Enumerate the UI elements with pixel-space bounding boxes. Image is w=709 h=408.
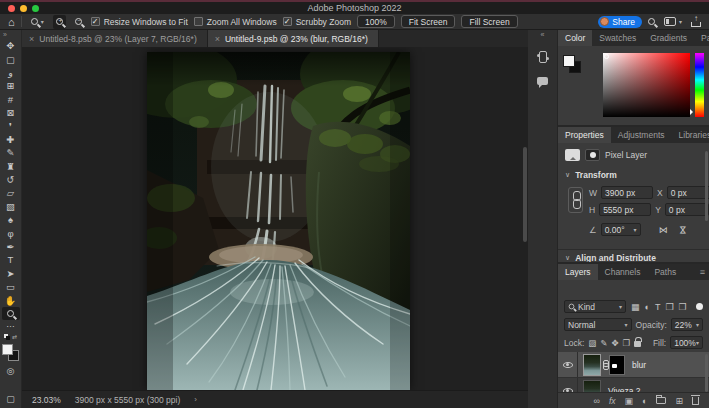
foreground-color-swatch[interactable] xyxy=(2,344,13,355)
eraser-tool[interactable]: ▱ xyxy=(2,186,20,199)
tab-color[interactable]: Color xyxy=(558,30,592,46)
checkbox[interactable]: ✓ xyxy=(283,17,292,26)
visibility-cell[interactable] xyxy=(558,352,578,377)
close-tab-icon[interactable]: × xyxy=(215,34,220,44)
history-brush-tool[interactable]: ↺ xyxy=(2,173,20,186)
opacity-dropdown[interactable]: 22% ▾ xyxy=(671,318,703,331)
tab-libraries[interactable]: Libraries xyxy=(672,127,709,143)
lock-artboard-icon[interactable]: ❐ xyxy=(623,338,631,348)
quick-mask-icon[interactable]: ◎ xyxy=(7,366,15,376)
toolbar-collapse-icon[interactable]: » xyxy=(3,31,7,39)
mask-link-icon[interactable] xyxy=(602,360,608,370)
checkbox[interactable]: ✓ xyxy=(91,17,100,26)
layers-scrollbar[interactable] xyxy=(705,354,708,392)
checkbox[interactable]: ✓ xyxy=(194,17,203,26)
blur-tool[interactable]: ♠ xyxy=(2,213,20,226)
filter-toggle[interactable] xyxy=(696,303,703,310)
angle-field[interactable]: 0.00° ▾ xyxy=(601,223,641,236)
tab-paths[interactable]: Paths xyxy=(647,264,683,280)
move-tool[interactable]: ✥ xyxy=(2,39,20,52)
expand-dock-icon[interactable]: « xyxy=(541,31,545,41)
foreground-color-swatch[interactable] xyxy=(563,55,575,67)
fit-screen-button[interactable]: Fit Screen xyxy=(401,15,456,28)
layer-mask-thumbnail[interactable] xyxy=(609,355,625,375)
zoom-out-button[interactable]: − xyxy=(72,16,85,27)
pen-tool[interactable]: ✒ xyxy=(2,240,20,253)
add-layer-mask-icon[interactable]: ▣ xyxy=(625,396,634,406)
filter-adjustment-layers-icon[interactable]: ◐ xyxy=(645,302,650,312)
hue-slider-handle[interactable] xyxy=(690,109,696,115)
shape-tool[interactable]: ▭ xyxy=(2,280,20,293)
lock-all-icon[interactable] xyxy=(634,341,641,347)
default-colors-icon[interactable] xyxy=(4,334,10,340)
eye-icon[interactable] xyxy=(563,362,573,368)
new-group-icon[interactable] xyxy=(656,397,666,404)
layer-filter-dropdown[interactable]: Kind ▾ xyxy=(564,300,626,313)
comments-icon[interactable] xyxy=(537,77,548,85)
zoom-tool[interactable] xyxy=(2,307,20,320)
fill-screen-button[interactable]: Fill Screen xyxy=(461,15,517,28)
clone-stamp-tool[interactable]: ♜ xyxy=(2,160,20,173)
flip-horizontal-icon[interactable]: ⋈ xyxy=(659,225,668,235)
hue-slider[interactable] xyxy=(695,53,704,117)
type-tool[interactable]: T xyxy=(2,253,20,266)
tab-gradients[interactable]: Gradients xyxy=(643,30,694,46)
swap-colors-icon[interactable]: ⇄ xyxy=(12,333,17,340)
properties-scrollbar[interactable] xyxy=(705,151,708,221)
layer-thumbnail[interactable] xyxy=(583,380,601,393)
eyedropper-tool[interactable]: ❜ xyxy=(2,119,20,132)
layer-row-blur[interactable]: blur xyxy=(558,352,709,378)
tab-layers[interactable]: Layers xyxy=(558,264,598,280)
export-icon[interactable] xyxy=(691,17,701,27)
hand-tool[interactable]: ✋ xyxy=(2,293,20,306)
share-button[interactable]: Share xyxy=(598,16,642,28)
blend-mode-dropdown[interactable]: Normal ▾ xyxy=(564,318,632,331)
document-tab-untitled-8[interactable]: × Untitled-8.psb @ 23% (Layer 7, RGB/16*… xyxy=(22,30,208,47)
workspace-switcher[interactable]: ▾ xyxy=(661,15,685,28)
tab-swatches[interactable]: Swatches xyxy=(592,30,643,46)
home-icon[interactable]: ⌂ xyxy=(8,17,15,27)
height-field[interactable]: 5550 px xyxy=(599,203,651,216)
adjustment-layer-icon[interactable]: ◐ xyxy=(642,396,647,406)
tab-patterns[interactable]: Patterns xyxy=(694,30,709,46)
zoom-percentage-field[interactable]: 23.03% xyxy=(32,395,61,405)
crop-tool[interactable]: # xyxy=(2,93,20,106)
filter-pixel-layers-icon[interactable]: ▦ xyxy=(631,302,640,312)
lasso-tool[interactable]: و xyxy=(2,66,20,79)
panel-menu-icon[interactable]: ≡ xyxy=(700,264,709,280)
status-chevron-icon[interactable]: › xyxy=(194,395,197,404)
layer-thumbnail[interactable] xyxy=(583,354,601,376)
healing-brush-tool[interactable]: ✚ xyxy=(2,133,20,146)
tab-properties[interactable]: Properties xyxy=(558,127,611,143)
plugins-icon[interactable] xyxy=(539,51,547,63)
link-layers-icon[interactable]: ∞ xyxy=(593,396,599,406)
gradient-tool[interactable]: ▧ xyxy=(2,200,20,213)
transform-section-header[interactable]: ∨ Transform xyxy=(565,170,617,180)
foreground-background-swatches[interactable] xyxy=(2,344,19,361)
search-icon[interactable] xyxy=(648,18,655,25)
lock-position-icon[interactable]: ✥ xyxy=(611,338,618,348)
filter-type-layers-icon[interactable]: T xyxy=(655,302,661,312)
zoom-100-button[interactable]: 100% xyxy=(357,15,395,28)
filter-smart-objects-icon[interactable]: ❐ xyxy=(679,302,687,312)
lock-transparent-pixels-icon[interactable]: ▨ xyxy=(588,338,596,348)
brush-tool[interactable]: ✎ xyxy=(2,146,20,159)
saturation-brightness-field[interactable] xyxy=(603,53,690,117)
mask-properties-icon[interactable] xyxy=(585,149,600,161)
scrubby-zoom-checkbox[interactable]: ✓ Scrubby Zoom xyxy=(283,17,351,27)
lock-image-pixels-icon[interactable]: ✎ xyxy=(600,338,607,348)
y-field[interactable]: 0 px xyxy=(665,203,709,216)
layer-row-viveza-2[interactable]: Viveza 2 xyxy=(558,378,709,392)
resize-windows-checkbox[interactable]: ✓ Resize Windows to Fit xyxy=(91,17,188,27)
canvas-photo[interactable] xyxy=(147,52,410,390)
zoom-all-windows-checkbox[interactable]: ✓ Zoom All Windows xyxy=(194,17,277,27)
x-field[interactable]: 0 px xyxy=(667,186,709,199)
link-dimensions-icon[interactable] xyxy=(568,187,583,213)
dodge-tool[interactable]: φ xyxy=(2,226,20,239)
close-tab-icon[interactable]: × xyxy=(29,34,34,44)
marquee-tool[interactable]: ▢ xyxy=(2,52,20,65)
path-selection-tool[interactable]: ➤ xyxy=(2,267,20,280)
new-layer-icon[interactable]: ⊞ xyxy=(675,396,683,406)
object-selection-tool[interactable]: ⊞ xyxy=(2,79,20,92)
pixel-layer-icon[interactable] xyxy=(565,149,580,161)
